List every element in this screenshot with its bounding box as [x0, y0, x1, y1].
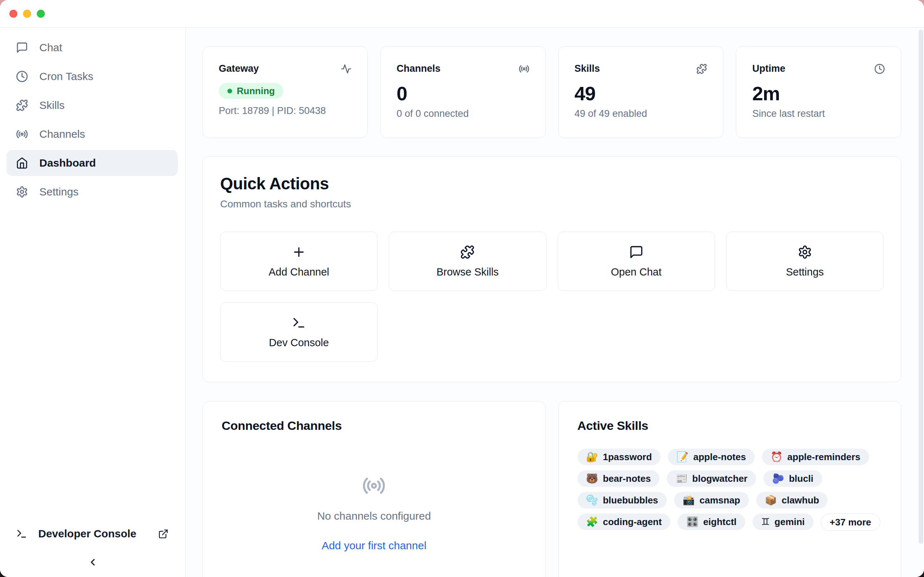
- skill-emoji-icon: 🧩: [586, 517, 598, 527]
- message-square-icon: [16, 42, 28, 54]
- skill-pill[interactable]: 📝apple-notes: [668, 449, 755, 465]
- clock-icon: [874, 63, 885, 74]
- stat-card-gateway: Gateway Running Port: 18789 | PID: 50438: [202, 46, 368, 138]
- skill-pill[interactable]: 🎛️eightctl: [677, 514, 745, 530]
- action-label: Dev Console: [269, 337, 329, 349]
- skill-name: 1password: [603, 451, 652, 463]
- status-dot-icon: [228, 89, 232, 93]
- sidebar-item-chat[interactable]: Chat: [6, 35, 178, 61]
- stat-value: 2m: [752, 84, 885, 103]
- activity-icon: [341, 63, 352, 74]
- stats-row: Gateway Running Port: 18789 | PID: 50438…: [202, 46, 901, 138]
- message-square-icon: [629, 245, 643, 259]
- quick-actions-title: Quick Actions: [220, 174, 884, 193]
- connected-channels-card: Connected Channels No channels configure…: [202, 401, 546, 577]
- dev-console-button[interactable]: Dev Console: [220, 302, 378, 362]
- skill-pill[interactable]: ⏰apple-reminders: [762, 449, 869, 465]
- chevron-left-icon: [87, 557, 98, 567]
- action-label: Open Chat: [611, 266, 661, 278]
- sidebar-nav: Chat Cron Tasks Skills Channels Dashboar…: [0, 28, 185, 208]
- sidebar-item-label: Channels: [39, 128, 85, 140]
- sidebar-item-dashboard[interactable]: Dashboard: [6, 150, 178, 176]
- skill-name: blucli: [789, 473, 814, 484]
- skill-emoji-icon: ⏰: [771, 452, 783, 462]
- skill-name: coding-agent: [603, 516, 662, 528]
- skill-pill[interactable]: 🫐blucli: [763, 470, 822, 487]
- sidebar-item-label: Chat: [39, 42, 62, 54]
- skill-emoji-icon: 🫧: [586, 495, 598, 505]
- radio-icon: [519, 63, 530, 74]
- stat-card-uptime: Uptime 2m Since last restart: [736, 46, 901, 138]
- terminal-icon: [16, 528, 27, 540]
- sidebar-item-channels[interactable]: Channels: [6, 121, 178, 147]
- zoom-window-button[interactable]: [37, 10, 45, 18]
- skill-name: bear-notes: [603, 473, 651, 484]
- gear-icon: [16, 186, 28, 198]
- add-first-channel-link[interactable]: Add your first channel: [221, 540, 527, 552]
- sidebar-item-settings[interactable]: Settings: [6, 179, 178, 205]
- channels-empty-state: No channels configured Add your first ch…: [221, 474, 527, 552]
- action-label: Settings: [786, 266, 824, 278]
- stat-title: Gateway: [219, 63, 259, 74]
- app-window: Chat Cron Tasks Skills Channels Dashboar…: [0, 0, 924, 577]
- sidebar-item-cron-tasks[interactable]: Cron Tasks: [6, 63, 178, 89]
- sidebar: Chat Cron Tasks Skills Channels Dashboar…: [0, 28, 186, 577]
- skill-pill[interactable]: 🔐1password: [577, 449, 661, 465]
- skill-name: bluebubbles: [603, 495, 658, 506]
- puzzle-icon: [460, 245, 475, 259]
- scrollbar-thumb[interactable]: [919, 29, 923, 544]
- skill-pill[interactable]: 📰blogwatcher: [667, 470, 756, 487]
- empty-state-text: No channels configured: [221, 510, 527, 522]
- stat-detail: 49 of 49 enabled: [575, 108, 708, 119]
- quick-actions-subtitle: Common tasks and shortcuts: [220, 198, 884, 210]
- skill-name: gemini: [775, 516, 805, 528]
- sidebar-item-label: Skills: [39, 99, 65, 111]
- skill-pill[interactable]: 🫧bluebubbles: [577, 492, 667, 508]
- add-channel-button[interactable]: Add Channel: [220, 232, 378, 291]
- skill-emoji-icon: 🫐: [772, 474, 784, 484]
- open-chat-button[interactable]: Open Chat: [558, 232, 715, 291]
- sidebar-item-label: Dashboard: [39, 157, 96, 169]
- skill-name: clawhub: [782, 495, 819, 506]
- sidebar-item-skills[interactable]: Skills: [6, 92, 178, 118]
- skill-pill[interactable]: 🐻bear-notes: [577, 470, 660, 487]
- more-skills-pill[interactable]: +37 more: [821, 514, 880, 531]
- plus-icon: [292, 245, 306, 259]
- stat-value: 49: [575, 84, 708, 103]
- skill-emoji-icon: 🎛️: [686, 517, 698, 527]
- quick-actions-grid: Add Channel Browse Skills Open Chat: [220, 232, 884, 362]
- skill-emoji-icon: ♊: [761, 517, 770, 527]
- radio-icon: [16, 128, 28, 140]
- skill-pill[interactable]: 📸camsnap: [674, 492, 749, 508]
- sidebar-collapse-button[interactable]: [0, 557, 185, 567]
- sidebar-footer: Developer Console: [0, 521, 185, 577]
- terminal-icon: [292, 316, 306, 330]
- external-link-icon[interactable]: [158, 529, 168, 539]
- sidebar-item-label: Settings: [39, 186, 78, 198]
- clock-icon: [16, 70, 28, 82]
- quick-actions-panel: Quick Actions Common tasks and shortcuts…: [202, 156, 901, 382]
- skill-emoji-icon: 📦: [765, 495, 777, 505]
- skills-pill-list: 🔐1password 📝apple-notes ⏰apple-reminders…: [577, 449, 882, 531]
- settings-button[interactable]: Settings: [726, 232, 884, 291]
- close-window-button[interactable]: [10, 10, 17, 18]
- skill-emoji-icon: 🔐: [586, 452, 598, 462]
- status-label: Running: [237, 85, 275, 97]
- skill-name: apple-reminders: [787, 451, 860, 463]
- skill-name: camsnap: [699, 495, 740, 506]
- skill-pill[interactable]: ♊gemini: [753, 514, 814, 530]
- titlebar: [0, 0, 924, 28]
- connected-channels-title: Connected Channels: [221, 419, 527, 433]
- main-content: Gateway Running Port: 18789 | PID: 50438…: [186, 28, 924, 577]
- stat-detail: Port: 18789 | PID: 50438: [219, 105, 352, 116]
- skill-emoji-icon: 📰: [675, 474, 688, 484]
- skill-pill[interactable]: 📦clawhub: [756, 492, 828, 508]
- developer-console-link[interactable]: Developer Console: [16, 521, 168, 547]
- minimize-window-button[interactable]: [23, 10, 31, 18]
- skill-pill[interactable]: 🧩coding-agent: [577, 514, 670, 530]
- window-controls: [10, 10, 45, 18]
- skill-emoji-icon: 🐻: [586, 474, 598, 484]
- browse-skills-button[interactable]: Browse Skills: [389, 232, 546, 291]
- action-label: Browse Skills: [436, 266, 498, 278]
- developer-console-label: Developer Console: [38, 528, 136, 540]
